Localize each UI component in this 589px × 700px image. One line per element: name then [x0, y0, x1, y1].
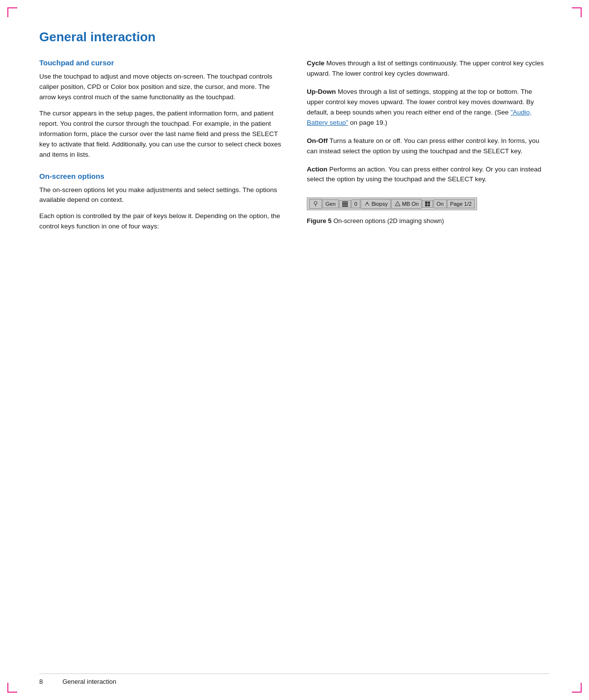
toolbar-biopsy-label: Biopsy: [372, 201, 388, 207]
page-main-title: General interaction: [39, 29, 550, 45]
toolbar-item-on: On: [433, 199, 447, 208]
toolbar-page-label: Page 1/2: [450, 201, 472, 207]
probe-icon: [312, 200, 319, 207]
term-cycle: Cycle Moves through a list of settings c…: [307, 58, 550, 79]
figure-area: Gen 0: [307, 193, 550, 224]
toolbar-item-bars: [339, 200, 351, 208]
section-onscreen: On-screen options The on-screen options …: [39, 172, 282, 232]
onscreen-para-2: Each option is controlled by the pair of…: [39, 211, 282, 232]
term-onoff-def: Turns a feature on or off. You can press…: [307, 137, 539, 155]
page-footer: 8 General interaction: [39, 673, 550, 685]
term-cycle-label: Cycle: [307, 59, 324, 67]
term-cycle-def: Moves through a list of settings continu…: [307, 59, 544, 77]
term-action: Action Performs an action. You can press…: [307, 165, 550, 185]
term-onoff-label: On-Off: [307, 137, 328, 144]
biopsy-icon: [364, 200, 371, 207]
term-action-text: Action Performs an action. You can press…: [307, 165, 550, 185]
toolbar-mbOn-label: MB On: [402, 201, 419, 207]
term-updown-def: Moves through a list of settings, stoppi…: [307, 88, 534, 116]
term-updown-text: Up-Down Moves through a list of settings…: [307, 87, 550, 128]
term-updown-def-after: on page 19.): [348, 119, 387, 126]
touchpad-para-2: The cursor appears in the setup pages, t…: [39, 109, 282, 160]
svg-point-2: [367, 203, 368, 204]
toolbar-image: Gen 0: [307, 197, 477, 210]
touchpad-para-1: Use the touchpad to adjust and move obje…: [39, 72, 282, 103]
warning-icon: !: [394, 200, 401, 207]
term-onoff: On-Off Turns a feature on or off. You ca…: [307, 136, 550, 157]
footer-page-number: 8: [39, 678, 43, 685]
term-updown-label: Up-Down: [307, 88, 336, 95]
onscreen-para-1: The on-screen options let you make adjus…: [39, 185, 282, 206]
term-action-label: Action: [307, 166, 327, 173]
term-onoff-text: On-Off Turns a feature on or off. You ca…: [307, 136, 550, 157]
footer-section-title: General interaction: [62, 678, 116, 685]
toolbar-zero-label: 0: [354, 201, 357, 207]
corner-mark-bl: [7, 683, 17, 693]
content-area: Touchpad and cursor Use the touchpad to …: [39, 58, 550, 244]
section-touchpad: Touchpad and cursor Use the touchpad to …: [39, 58, 282, 160]
grid-icon: [425, 201, 430, 206]
toolbar-item-gen: Gen: [322, 199, 339, 208]
section-title-touchpad: Touchpad and cursor: [39, 58, 282, 67]
toolbar-item-zero: 0: [351, 199, 360, 208]
right-column: Cycle Moves through a list of settings c…: [307, 58, 550, 244]
svg-point-0: [314, 201, 317, 204]
toolbar-item-page: Page 1/2: [447, 199, 475, 208]
toolbar-item-mbOn: ! MB On: [391, 199, 422, 209]
toolbar-item-biopsy: Biopsy: [361, 199, 391, 209]
toolbar-item-probe: [309, 199, 322, 209]
left-column: Touchpad and cursor Use the touchpad to …: [39, 58, 282, 244]
svg-text:!: !: [397, 203, 398, 206]
term-action-def: Performs an action. You can press either…: [307, 166, 541, 183]
toolbar-item-grid: [422, 200, 433, 208]
term-cycle-text: Cycle Moves through a list of settings c…: [307, 58, 550, 79]
figure-caption-text: On-screen options (2D imaging shown): [333, 217, 444, 224]
bars-icon: [342, 201, 348, 207]
term-updown: Up-Down Moves through a list of settings…: [307, 87, 550, 128]
page-container: General interaction Touchpad and cursor …: [0, 0, 589, 700]
section-title-onscreen: On-screen options: [39, 172, 282, 180]
corner-mark-tl: [7, 7, 17, 17]
toolbar-on-label: On: [436, 201, 444, 207]
corner-mark-br: [572, 683, 582, 693]
figure-caption: Figure 5 On-screen options (2D imaging s…: [307, 217, 550, 224]
corner-mark-tr: [572, 7, 582, 17]
toolbar-gen-label: Gen: [325, 201, 336, 207]
figure-caption-prefix: Figure 5: [307, 217, 332, 224]
